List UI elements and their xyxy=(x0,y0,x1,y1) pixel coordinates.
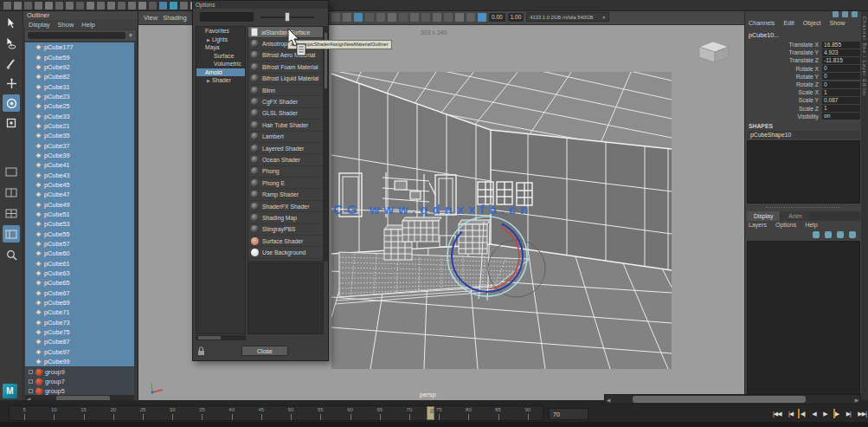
channel-label[interactable]: Visibility xyxy=(798,113,819,120)
tool-button[interactable] xyxy=(3,15,20,32)
channel-value-field[interactable]: 0.087 xyxy=(822,97,860,104)
material-item[interactable]: GLSL Shader xyxy=(248,108,323,120)
tree-hscrollbar[interactable] xyxy=(196,335,246,340)
tool-button[interactable] xyxy=(3,114,20,132)
shelf-icon[interactable] xyxy=(138,2,146,10)
playhead[interactable]: 70 xyxy=(427,406,434,420)
playback-button[interactable]: ▶▶| xyxy=(858,411,866,417)
shelf-icon[interactable] xyxy=(55,2,63,10)
material-search-input[interactable] xyxy=(200,12,254,22)
channel-value-field[interactable]: 0 xyxy=(822,65,860,72)
scrollbar-thumb[interactable] xyxy=(633,396,806,403)
tool-button[interactable] xyxy=(3,35,20,52)
scroll-right-icon[interactable]: ▶ xyxy=(853,396,860,404)
layer-action-icon[interactable] xyxy=(837,231,844,238)
shelf-icon[interactable] xyxy=(107,2,115,10)
slider-handle[interactable] xyxy=(285,12,290,22)
exposure-field[interactable]: 0.00 xyxy=(489,13,505,22)
shelf-icon[interactable] xyxy=(45,2,53,10)
channel-value-field[interactable]: 1 xyxy=(822,89,860,96)
list-item[interactable]: pCube25 xyxy=(25,101,134,111)
icon-size-slider[interactable] xyxy=(260,16,314,18)
layout-button[interactable] xyxy=(3,184,20,201)
tree-item[interactable]: ▶Shader xyxy=(196,76,245,85)
menu-item[interactable]: Show xyxy=(58,21,74,29)
panel-toolbar-icon[interactable] xyxy=(421,13,430,22)
list-item[interactable]: pCube41 xyxy=(25,160,134,170)
list-item[interactable]: pCube67 xyxy=(25,288,134,298)
renderer-dropdown[interactable]: 4133 1.0 2GB nVidia 540GB ▼ xyxy=(526,12,609,22)
menu-item[interactable]: Help xyxy=(81,21,94,29)
material-item[interactable]: Use Background xyxy=(248,247,323,258)
pane-divider-handle[interactable] xyxy=(766,207,840,209)
list-item[interactable]: pCube21 xyxy=(25,121,134,131)
panel-toolbar-icon[interactable] xyxy=(376,13,385,22)
list-item[interactable]: pCube177 xyxy=(25,42,134,52)
list-item[interactable]: pCube61 xyxy=(25,259,134,268)
menu-item[interactable]: Edit xyxy=(783,19,794,27)
panel-toolbar-icon[interactable] xyxy=(455,13,464,22)
channel-label[interactable]: Scale Y xyxy=(799,97,819,103)
panel-toolbar-icon[interactable] xyxy=(331,13,340,22)
menu-item[interactable]: Options xyxy=(775,222,796,228)
tool-button[interactable] xyxy=(3,55,20,72)
material-item[interactable]: Phong E xyxy=(248,178,323,189)
menu-item[interactable]: Channels xyxy=(749,19,775,27)
playback-button[interactable]: |◀◀ xyxy=(773,411,781,417)
shelf-icon[interactable] xyxy=(159,2,167,10)
shelf-icon[interactable] xyxy=(14,2,22,10)
shelf-icon[interactable] xyxy=(35,2,42,10)
channel-label[interactable]: Translate Z xyxy=(789,57,819,63)
list-item[interactable]: pCube49 xyxy=(25,200,134,210)
list-item[interactable]: group9 xyxy=(25,367,134,377)
channel-label[interactable]: Scale Z xyxy=(799,106,819,112)
list-item[interactable]: pCube53 xyxy=(25,219,134,229)
channel-label[interactable]: Rotate X xyxy=(796,66,819,72)
panel-toolbar-icon[interactable] xyxy=(388,13,396,22)
speed-mode-icon[interactable] xyxy=(842,11,848,17)
list-item[interactable]: pCube75 xyxy=(25,327,134,337)
shelf-icon[interactable] xyxy=(87,2,94,10)
menu-item[interactable]: Layers xyxy=(749,222,767,228)
shelf-icon[interactable] xyxy=(149,2,157,10)
playback-button[interactable]: |◀ xyxy=(788,411,793,417)
tree-item[interactable]: Maya xyxy=(196,43,245,52)
layout-button[interactable] xyxy=(3,225,20,243)
playback-button[interactable]: ▶ xyxy=(823,411,826,417)
current-time-field[interactable]: 70 xyxy=(549,408,588,420)
channel-label[interactable]: Rotate Y xyxy=(796,74,819,80)
list-item[interactable]: pCube55 xyxy=(25,230,134,239)
panel-toolbar-icon[interactable] xyxy=(466,13,475,22)
shading-menu[interactable]: Shading xyxy=(163,14,187,22)
node-name-field[interactable]: pCube10... xyxy=(749,31,779,39)
tool-button[interactable] xyxy=(3,74,20,92)
list-item[interactable]: pCube92 xyxy=(25,62,134,72)
material-item[interactable]: Ocean Shader xyxy=(248,154,323,165)
layer-tab[interactable]: Anim xyxy=(781,211,809,221)
material-item[interactable]: Bifrost Aero Material xyxy=(248,50,323,61)
layout-button[interactable] xyxy=(3,163,20,180)
channel-label[interactable]: Scale X xyxy=(799,89,819,95)
list-item[interactable]: pCube57 xyxy=(25,239,134,249)
menu-item[interactable]: Show xyxy=(830,19,845,27)
tree-item[interactable]: Volumetric xyxy=(196,60,245,68)
list-item[interactable]: pCube97 xyxy=(25,347,134,357)
view-menu[interactable]: View xyxy=(144,14,158,22)
sidebar-tab-strip[interactable]: Channel Box / Layer Editor xyxy=(861,11,868,400)
panel-toolbar-icon[interactable] xyxy=(343,13,351,22)
menu-item[interactable]: Display xyxy=(29,21,50,29)
list-item[interactable]: pCube87 xyxy=(25,337,134,346)
list-item[interactable]: pCube35 xyxy=(25,131,134,140)
close-button[interactable]: Close xyxy=(241,346,288,356)
list-item[interactable]: pCube51 xyxy=(25,210,134,219)
shelf-icon[interactable] xyxy=(97,2,105,10)
panel-toolbar-icon[interactable] xyxy=(478,13,486,22)
list-item[interactable]: pCube23 xyxy=(25,92,134,101)
material-item[interactable]: Bifrost Foam Material xyxy=(248,61,323,73)
layer-tab[interactable]: Display xyxy=(747,211,780,221)
tree-item[interactable]: Arnold xyxy=(196,68,245,77)
material-item[interactable]: CgFX Shader xyxy=(248,96,323,107)
layer-action-icon[interactable] xyxy=(813,231,820,238)
playback-button[interactable]: ◀| xyxy=(800,411,805,417)
shelf-icon[interactable] xyxy=(128,2,136,10)
